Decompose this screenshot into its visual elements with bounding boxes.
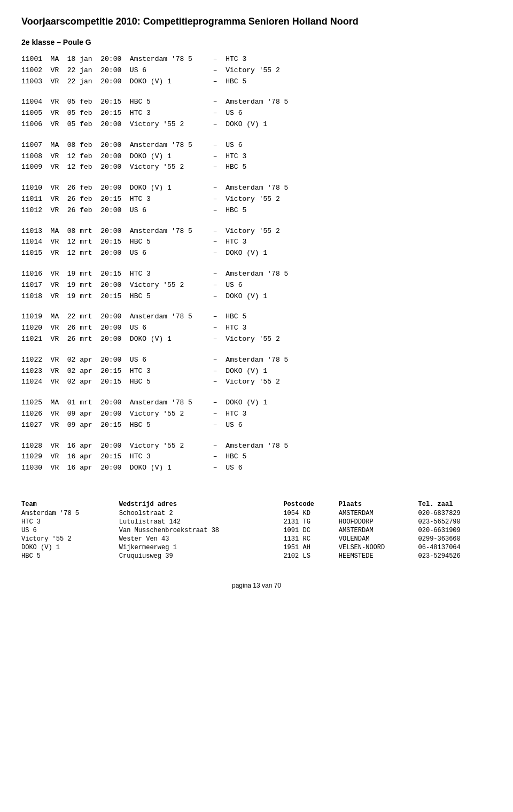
schedule-line: 11012 VR 26 feb 20:00 US 6 – HBC 5 <box>21 205 492 216</box>
table-cell-city: AMSTERDAM <box>339 509 418 518</box>
table-cell-team: Amsterdam '78 5 <box>21 509 119 518</box>
table-cell-phone: 06-48137064 <box>418 543 492 552</box>
schedule-line: 11008 VR 12 feb 20:00 DOKO (V) 1 – HTC 3 <box>21 151 492 162</box>
schedule-line: 11022 VR 02 apr 20:00 US 6 – Amsterdam '… <box>21 355 492 366</box>
schedule-line: 11027 VR 09 apr 20:15 HBC 5 – US 6 <box>21 420 492 431</box>
page-title: Voorjaarscompetitie 2010: Competitieprog… <box>21 16 492 27</box>
schedule-group-8: 11025 MA 01 mrt 20:00 Amsterdam '78 5 – … <box>21 397 492 431</box>
schedule-line: 11002 VR 22 jan 20:00 US 6 – Victory '55… <box>21 65 492 76</box>
table-cell-postcode: 1091 DC <box>283 526 338 535</box>
schedule-container: 11001 MA 18 jan 20:00 Amsterdam '78 5 – … <box>21 54 492 483</box>
table-cell-city: AMSTERDAM <box>339 526 418 535</box>
table-cell-postcode: 1054 KD <box>283 509 338 518</box>
table-header: Team <box>21 499 119 509</box>
page-number: pagina 13 van 70 <box>21 582 492 589</box>
table-cell-city: HOOFDDORP <box>339 518 418 526</box>
schedule-line: 11003 VR 22 jan 20:00 DOKO (V) 1 – HBC 5 <box>21 76 492 88</box>
schedule-line: 11011 VR 26 feb 20:15 HTC 3 – Victory '5… <box>21 194 492 205</box>
table-cell-team: US 6 <box>21 526 119 535</box>
schedule-line: 11020 VR 26 mrt 20:00 US 6 – HTC 3 <box>21 323 492 334</box>
table-cell-postcode: 1951 AH <box>283 543 338 552</box>
table-cell-address: Wester Ven 43 <box>119 535 284 543</box>
table-cell-phone: 020-6837829 <box>418 509 492 518</box>
table-cell-team: Victory '55 2 <box>21 535 119 543</box>
table-cell-city: VOLENDAM <box>339 535 418 543</box>
schedule-line: 11013 MA 08 mrt 20:00 Amsterdam '78 5 – … <box>21 226 492 237</box>
schedule-group-9: 11028 VR 16 apr 20:00 Victory '55 2 – Am… <box>21 441 492 474</box>
table-cell-city: HEEMSTEDE <box>339 552 418 560</box>
table-cell-city: VELSEN-NOORD <box>339 543 418 552</box>
schedule-group-6: 11019 MA 22 mrt 20:00 Amsterdam '78 5 – … <box>21 311 492 345</box>
schedule-line: 11018 VR 19 mrt 20:15 HBC 5 – DOKO (V) 1 <box>21 291 492 302</box>
table-row: Amsterdam '78 5Schoolstraat 21054 KDAMST… <box>21 509 492 518</box>
table-cell-postcode: 1131 RC <box>283 535 338 543</box>
schedule-line: 11001 MA 18 jan 20:00 Amsterdam '78 5 – … <box>21 54 492 65</box>
table-header: Wedstrijd adres <box>119 499 284 509</box>
schedule-line: 11016 VR 19 mrt 20:15 HTC 3 – Amsterdam … <box>21 269 492 280</box>
schedule-line: 11026 VR 09 apr 20:00 Victory '55 2 – HT… <box>21 409 492 420</box>
schedule-group-4: 11013 MA 08 mrt 20:00 Amsterdam '78 5 – … <box>21 226 492 259</box>
schedule-line: 11017 VR 19 mrt 20:00 Victory '55 2 – US… <box>21 280 492 291</box>
page-subtitle: 2e klasse – Poule G <box>21 38 492 46</box>
schedule-line: 11005 VR 05 feb 20:15 HTC 3 – US 6 <box>21 108 492 119</box>
table-row: Victory '55 2Wester Ven 431131 RCVOLENDA… <box>21 535 492 543</box>
schedule-group-0: 11001 MA 18 jan 20:00 Amsterdam '78 5 – … <box>21 54 492 87</box>
table-cell-address: Lutulistraat 142 <box>119 518 284 526</box>
table-cell-address: Wijkermeerweg 1 <box>119 543 284 552</box>
table-cell-team: HTC 3 <box>21 518 119 526</box>
table-row: DOKO (V) 1Wijkermeerweg 11951 AHVELSEN-N… <box>21 543 492 552</box>
schedule-line: 11010 VR 26 feb 20:00 DOKO (V) 1 – Amste… <box>21 183 492 194</box>
schedule-group-5: 11016 VR 19 mrt 20:15 HTC 3 – Amsterdam … <box>21 269 492 302</box>
table-row: HTC 3Lutulistraat 1422131 TGHOOFDDORP023… <box>21 518 492 526</box>
table-cell-address: Schoolstraat 2 <box>119 509 284 518</box>
schedule-line: 11006 VR 05 feb 20:00 Victory '55 2 – DO… <box>21 119 492 130</box>
table-header: Postcode <box>283 499 338 509</box>
table-cell-phone: 020-6631909 <box>418 526 492 535</box>
schedule-line: 11009 VR 12 feb 20:00 Victory '55 2 – HB… <box>21 162 492 173</box>
schedule-line: 11030 VR 16 apr 20:00 DOKO (V) 1 – US 6 <box>21 463 492 474</box>
table-cell-address: Cruquiusweg 39 <box>119 552 284 560</box>
table-cell-phone: 0299-363660 <box>418 535 492 543</box>
table-header: Plaats <box>339 499 418 509</box>
schedule-group-1: 11004 VR 05 feb 20:15 HBC 5 – Amsterdam … <box>21 97 492 130</box>
table-cell-phone: 023-5294526 <box>418 552 492 560</box>
table-cell-team: HBC 5 <box>21 552 119 560</box>
schedule-group-3: 11010 VR 26 feb 20:00 DOKO (V) 1 – Amste… <box>21 183 492 216</box>
table-row: US 6Van Musschenbroekstraat 381091 DCAMS… <box>21 526 492 535</box>
schedule-line: 11024 VR 02 apr 20:15 HBC 5 – Victory '5… <box>21 377 492 388</box>
table-cell-phone: 023-5652790 <box>418 518 492 526</box>
schedule-line: 11029 VR 16 apr 20:15 HTC 3 – HBC 5 <box>21 451 492 463</box>
schedule-line: 11023 VR 02 apr 20:15 HTC 3 – DOKO (V) 1 <box>21 366 492 377</box>
table-cell-postcode: 2102 LS <box>283 552 338 560</box>
schedule-line: 11019 MA 22 mrt 20:00 Amsterdam '78 5 – … <box>21 311 492 323</box>
schedule-group-7: 11022 VR 02 apr 20:00 US 6 – Amsterdam '… <box>21 355 492 388</box>
schedule-line: 11025 MA 01 mrt 20:00 Amsterdam '78 5 – … <box>21 397 492 409</box>
table-cell-team: DOKO (V) 1 <box>21 543 119 552</box>
schedule-line: 11021 VR 26 mrt 20:00 DOKO (V) 1 – Victo… <box>21 334 492 345</box>
table-cell-postcode: 2131 TG <box>283 518 338 526</box>
schedule-line: 11028 VR 16 apr 20:00 Victory '55 2 – Am… <box>21 441 492 452</box>
table-cell-address: Van Musschenbroekstraat 38 <box>119 526 284 535</box>
table-header: Tel. zaal <box>418 499 492 509</box>
table-row: HBC 5Cruquiusweg 392102 LSHEEMSTEDE023-5… <box>21 552 492 560</box>
schedule-line: 11007 MA 08 feb 20:00 Amsterdam '78 5 – … <box>21 140 492 151</box>
schedule-line: 11014 VR 12 mrt 20:15 HBC 5 – HTC 3 <box>21 237 492 248</box>
schedule-line: 11004 VR 05 feb 20:15 HBC 5 – Amsterdam … <box>21 97 492 108</box>
schedule-line: 11015 VR 12 mrt 20:00 US 6 – DOKO (V) 1 <box>21 248 492 259</box>
teams-table: TeamWedstrijd adresPostcodePlaatsTel. za… <box>21 499 492 560</box>
schedule-group-2: 11007 MA 08 feb 20:00 Amsterdam '78 5 – … <box>21 140 492 173</box>
